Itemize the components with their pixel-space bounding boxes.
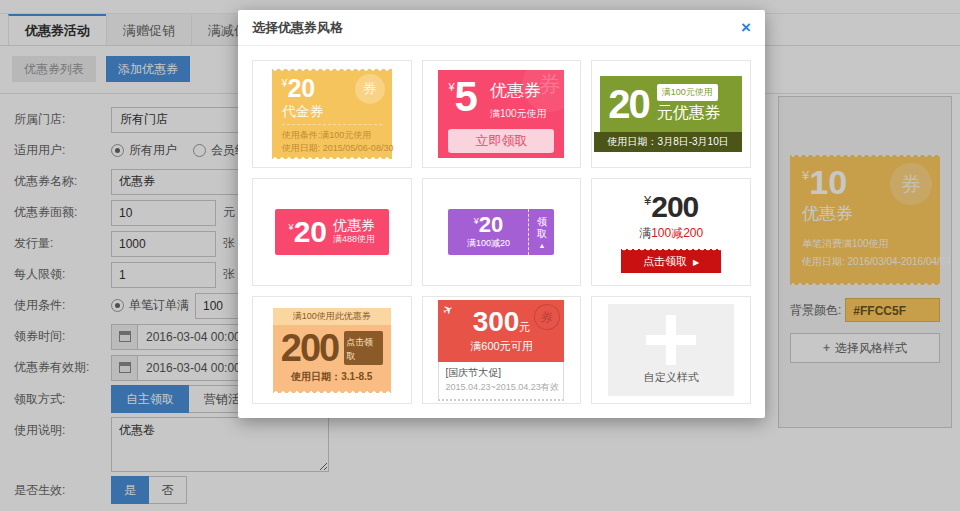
coupon-value: 20 xyxy=(294,215,327,248)
coupon-condition: 满600元可用 xyxy=(444,339,558,354)
style-card-gold-stamp[interactable]: ¥20 代金券 使用条件:满100元使用 使用日期: 2015/05/06-08… xyxy=(252,60,412,168)
style-card-pink[interactable]: 券 ¥ 5 优惠券 满100元使用 立即领取 xyxy=(422,60,582,168)
coupon-condition: 满100减20 xyxy=(467,237,510,250)
style-card-pink-pill[interactable]: ¥20 优惠券 满488使用 xyxy=(252,178,412,286)
modal-title: 选择优惠券风格 xyxy=(252,19,343,37)
coupon-pink-pill: ¥20 优惠券 满488使用 xyxy=(275,209,389,255)
coupon-style-modal: 选择优惠券风格 × ¥20 代金券 使用条件:满100元使用 使用日期: 201… xyxy=(238,10,765,418)
coupon-condition: 使用条件:满100元使用 xyxy=(282,129,382,142)
coupon-200: ¥200 满100减200 点击领取▶ xyxy=(621,192,721,273)
coupon-value: 300 xyxy=(473,306,520,337)
coupon-value: 200 xyxy=(281,329,338,367)
style-card-custom[interactable]: 自定义样式 xyxy=(591,296,751,404)
coupon-pink: 券 ¥ 5 优惠券 满100元使用 立即领取 xyxy=(438,70,564,158)
coupon-gold-stamp: ¥20 代金券 使用条件:满100元使用 使用日期: 2015/05/06-08… xyxy=(272,69,392,159)
click-claim-tab[interactable]: 点击领取 xyxy=(344,331,383,365)
coupon-value: 5 xyxy=(455,79,478,121)
coupon-purple: ¥20 满100减20 领取 ▲ xyxy=(448,209,554,255)
style-card-purple[interactable]: ¥20 满100减20 领取 ▲ xyxy=(422,178,582,286)
coupon-date: 使用日期：3.1-8.5 xyxy=(281,370,383,384)
coupon-admin-screen: 优惠券活动 满赠促销 满减促销 搭配促销 优惠券列表 添加优惠券 所属门店: 所… xyxy=(0,0,960,511)
style-card-olive[interactable]: 20 满100元使用 元优惠券 使用日期：3月8日-3月10日 xyxy=(591,60,751,168)
modal-header: 选择优惠券风格 × xyxy=(238,10,765,46)
coupon-badge-icon: 券 xyxy=(355,74,385,104)
coupon-date: 使用日期：3月8日-3月10日 xyxy=(594,132,742,152)
coupon-title: 优惠券 xyxy=(333,218,375,233)
click-claim-button[interactable]: 点击领取▶ xyxy=(621,249,721,273)
coupon-condition: 满100使用此优惠券 xyxy=(273,308,391,325)
arrow-right-icon: ▶ xyxy=(693,258,699,267)
coupon-value: 20 xyxy=(479,212,503,237)
coupon-validity: 2015.04.23~2015.04.23有效 xyxy=(445,381,557,394)
coupon-date: 使用日期: 2015/05/06-08/30 xyxy=(282,142,382,155)
arrow-up-icon: ▲ xyxy=(539,242,546,249)
style-grid: ¥20 代金券 使用条件:满100元使用 使用日期: 2015/05/06-08… xyxy=(238,46,765,418)
close-icon[interactable]: × xyxy=(741,19,751,36)
coupon-value: 200 xyxy=(651,190,698,223)
coupon-condition: 满100元使用 xyxy=(657,84,718,101)
coupon-tag: [国庆节大促] xyxy=(445,366,557,380)
style-card-orange[interactable]: 满100使用此优惠券 200 点击领取 使用日期：3.1-8.5 xyxy=(252,296,412,404)
claim-label: 领取 xyxy=(536,216,548,240)
coupon-value: 20 xyxy=(608,86,649,122)
custom-style-card: 自定义样式 xyxy=(608,304,734,396)
coupon-unit: 元 xyxy=(519,321,530,333)
coupon-condition: 满100减200 xyxy=(621,225,721,242)
claim-now-button[interactable]: 立即领取 xyxy=(448,129,554,153)
style-card-200[interactable]: ¥200 满100减200 点击领取▶ xyxy=(591,178,751,286)
coupon-olive: 20 满100元使用 元优惠券 使用日期：3月8日-3月10日 xyxy=(600,76,742,152)
custom-style-label: 自定义样式 xyxy=(644,370,699,385)
coupon-300: ✈ 券 300元 满600元可用 [国庆节大促] 2015.04.23~2015… xyxy=(438,300,564,401)
claim-tab[interactable]: 领取 ▲ xyxy=(528,209,554,255)
plus-icon xyxy=(646,315,696,365)
coupon-name: 代金券 xyxy=(282,103,382,125)
coupon-title: 元优惠券 xyxy=(657,103,721,124)
style-card-300[interactable]: ✈ 券 300元 满600元可用 [国庆节大促] 2015.04.23~2015… xyxy=(422,296,582,404)
coupon-condition: 满488使用 xyxy=(333,233,375,246)
coupon-orange: 满100使用此优惠券 200 点击领取 使用日期：3.1-8.5 xyxy=(273,308,391,393)
